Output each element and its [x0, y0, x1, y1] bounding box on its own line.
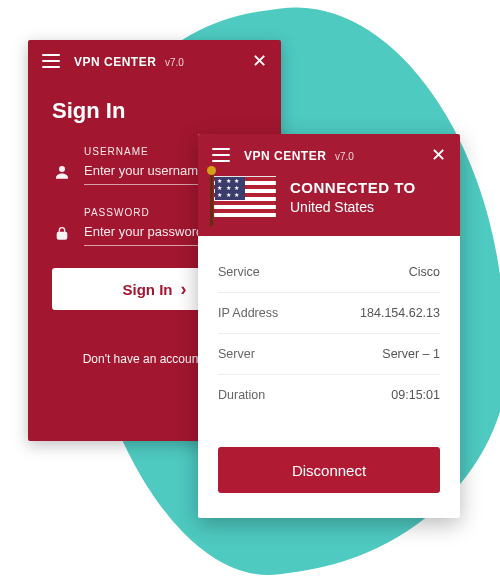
status-header: VPN CENTER v7.0 ✕ CONNECTED TO United St…: [198, 134, 460, 236]
menu-icon[interactable]: [212, 148, 230, 162]
app-title-text: VPN CENTER: [244, 149, 326, 163]
row-ip: IP Address 184.154.62.13: [218, 293, 440, 334]
status-title: CONNECTED TO United States: [290, 179, 416, 215]
signin-titlebar: VPN CENTER v7.0 ✕: [28, 40, 281, 80]
row-service: Service Cisco: [218, 252, 440, 293]
lock-icon: [52, 224, 72, 242]
connected-label: CONNECTED TO: [290, 179, 416, 196]
signin-button-label: Sign In: [123, 281, 173, 298]
disconnect-label: Disconnect: [292, 462, 366, 479]
app-version-text: v7.0: [165, 57, 184, 68]
disconnect-button[interactable]: Disconnect: [218, 447, 440, 493]
row-duration: Duration 09:15:01: [218, 375, 440, 415]
app-title: VPN CENTER v7.0: [244, 148, 354, 163]
duration-value: 09:15:01: [391, 388, 440, 402]
signup-text: Don't have an account?: [83, 352, 209, 366]
service-value: Cisco: [409, 265, 440, 279]
chevron-right-icon: ›: [181, 280, 187, 298]
server-value: Server – 1: [382, 347, 440, 361]
ip-label: IP Address: [218, 306, 278, 320]
duration-label: Duration: [218, 388, 265, 402]
service-label: Service: [218, 265, 260, 279]
user-icon: [52, 163, 72, 181]
svg-rect-1: [57, 232, 66, 239]
status-details: Service Cisco IP Address 184.154.62.13 S…: [198, 236, 460, 433]
app-title: VPN CENTER v7.0: [74, 54, 184, 69]
signin-heading: Sign In: [52, 98, 257, 124]
svg-point-0: [59, 166, 65, 172]
row-server: Server Server – 1: [218, 334, 440, 375]
us-flag-icon: [214, 176, 276, 218]
close-icon[interactable]: ✕: [431, 146, 446, 164]
close-icon[interactable]: ✕: [252, 52, 267, 70]
country-flag: [214, 176, 276, 218]
menu-icon[interactable]: [42, 54, 60, 68]
server-label: Server: [218, 347, 255, 361]
connected-location: United States: [290, 199, 416, 215]
app-version-text: v7.0: [335, 151, 354, 162]
ip-value: 184.154.62.13: [360, 306, 440, 320]
app-title-text: VPN CENTER: [74, 55, 156, 69]
status-window: VPN CENTER v7.0 ✕ CONNECTED TO United St…: [198, 134, 460, 518]
